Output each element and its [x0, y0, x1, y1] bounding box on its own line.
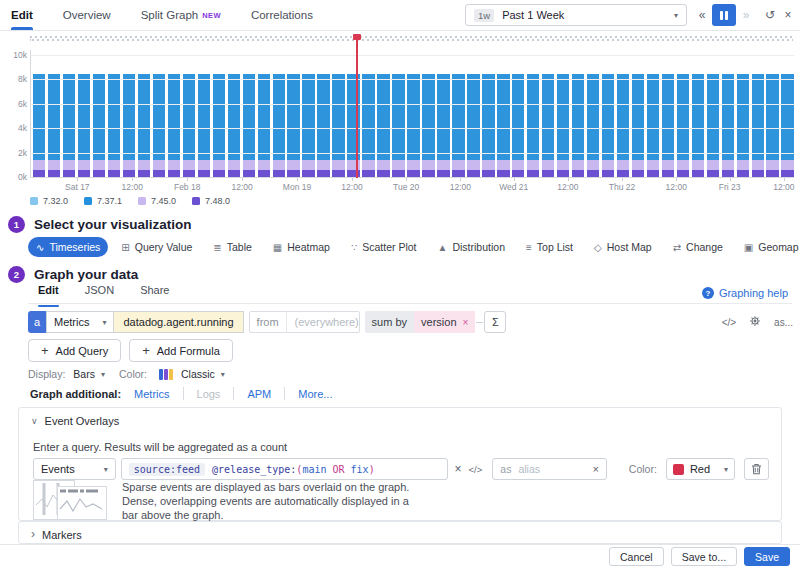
- y-axis-label: 2k: [1, 148, 27, 158]
- event-overlays-header[interactable]: ∨ Event Overlays: [19, 408, 781, 433]
- event-source-select[interactable]: Events ▾: [33, 458, 116, 480]
- event-marker[interactable]: [356, 34, 358, 178]
- legend-item[interactable]: 7.48.0: [192, 196, 230, 206]
- viz-option-label: Table: [227, 241, 252, 253]
- palette-color-bar: [169, 369, 173, 380]
- display-type-select[interactable]: Bars▾: [73, 368, 105, 380]
- timeseries-icon: ∿: [36, 242, 44, 253]
- viz-option-query-value[interactable]: ⊞Query Value: [113, 237, 200, 257]
- tab-editor-share[interactable]: Share: [140, 284, 169, 303]
- topbar-right: 1w Past 1 Week ▾ «»↺×: [465, 4, 796, 26]
- viz-option-geomap[interactable]: ▣Geomap: [736, 237, 800, 257]
- x-axis-label: Tue 20: [393, 182, 419, 192]
- graphing-help-link[interactable]: ? Graphing help: [702, 287, 788, 299]
- bar-segment-7.45.0: [482, 160, 494, 170]
- color-label: Color:: [119, 368, 147, 380]
- y-axis-label: 10k: [1, 50, 27, 60]
- clear-query-icon[interactable]: ×: [455, 462, 462, 476]
- bar-segment-7.45.0: [123, 160, 135, 170]
- bar: [183, 74, 195, 177]
- add-formula-button[interactable]: +Add Formula: [129, 339, 233, 362]
- bar: [273, 74, 285, 177]
- close-icon[interactable]: ×: [780, 4, 796, 26]
- alias-input[interactable]: alias: [518, 463, 585, 475]
- metric-input[interactable]: datadog.agent.running: [114, 311, 243, 333]
- chart-plot-area[interactable]: 0k2k4k6k8k10k: [30, 50, 794, 178]
- tab-edit-label: Edit: [11, 9, 33, 21]
- sigma-button[interactable]: Σ: [484, 311, 506, 333]
- code-icon[interactable]: </>: [469, 464, 483, 475]
- query-row-actions: </> as...: [722, 315, 793, 329]
- bar: [228, 74, 240, 177]
- viz-option-top-list[interactable]: ≡Top List: [518, 237, 581, 257]
- tab-edit[interactable]: Edit: [11, 0, 33, 30]
- save-to-button[interactable]: Save to...: [671, 547, 737, 566]
- viz-option-table[interactable]: ≣Table: [205, 237, 260, 257]
- event-color-select[interactable]: Red ▾: [666, 458, 735, 480]
- group-by-tag[interactable]: version ×: [414, 311, 475, 333]
- scatter-plot-icon: ∵: [351, 242, 357, 253]
- graph-additional-apm[interactable]: APM: [247, 388, 271, 400]
- bar-segment-7.48.0: [587, 170, 599, 177]
- bar-segment-7.37.1: [108, 74, 120, 160]
- bar-segment-7.37.1: [317, 74, 329, 160]
- jump-back-icon[interactable]: «: [694, 4, 710, 26]
- viz-option-change[interactable]: ⇄Change: [665, 237, 731, 257]
- clear-alias-icon[interactable]: ×: [592, 463, 598, 475]
- query-expression: @release_type:(main OR fix): [212, 464, 375, 475]
- question-circle-icon: ?: [702, 287, 714, 299]
- refresh-icon[interactable]: ↺: [762, 4, 778, 26]
- event-marker-handle[interactable]: [353, 34, 361, 40]
- tab-overview[interactable]: Overview: [63, 0, 111, 30]
- tab-editor-edit[interactable]: Edit: [38, 284, 59, 303]
- palette-select[interactable]: Classic▾: [181, 368, 225, 380]
- bar-segment-7.37.1: [48, 74, 60, 160]
- viz-option-scatter-plot[interactable]: ∵Scatter Plot: [343, 237, 425, 257]
- remove-tag-icon[interactable]: ×: [463, 317, 469, 328]
- bar: [557, 74, 569, 177]
- y-axis-label: 0k: [1, 172, 27, 182]
- query-token-source[interactable]: source:feed: [129, 463, 205, 476]
- as-button[interactable]: as...: [774, 317, 793, 328]
- query-letter-badge[interactable]: a: [28, 311, 46, 333]
- cancel-button[interactable]: Cancel: [609, 547, 664, 566]
- viz-option-heatmap[interactable]: ▦Heatmap: [265, 237, 338, 257]
- bar-segment-7.37.1: [752, 74, 764, 160]
- tabs-divider: [28, 303, 792, 304]
- delete-overlay-button[interactable]: [744, 458, 769, 480]
- tab-correlations[interactable]: Correlations: [251, 0, 313, 30]
- pause-button[interactable]: [712, 4, 736, 26]
- save-button[interactable]: Save: [744, 547, 790, 566]
- code-icon[interactable]: </>: [722, 317, 736, 328]
- x-axis-tick: [568, 178, 569, 181]
- chart-legend: 7.32.07.37.17.45.07.48.0: [30, 196, 230, 206]
- description-line: bar above the graph.: [122, 508, 409, 522]
- graph-additional-more[interactable]: More...: [298, 388, 332, 400]
- tab-editor-json[interactable]: JSON: [85, 284, 114, 303]
- bar-segment-7.48.0: [766, 170, 778, 177]
- legend-item[interactable]: 7.32.0: [30, 196, 68, 206]
- event-query-input[interactable]: source:feed @release_type:(main OR fix): [121, 458, 448, 480]
- bar-segment-7.48.0: [198, 170, 210, 177]
- scope-input[interactable]: (everywhere): [287, 316, 359, 328]
- tab-split-graph[interactable]: Split GraphNEW: [141, 0, 221, 30]
- add-query-button[interactable]: +Add Query: [28, 339, 121, 362]
- bar: [302, 74, 314, 177]
- timerange-picker[interactable]: 1w Past 1 Week ▾: [465, 4, 687, 26]
- viz-option-timeseries[interactable]: ∿Timeseries: [28, 237, 108, 257]
- plus-icon: +: [142, 343, 150, 358]
- bar-segment-7.48.0: [213, 170, 225, 177]
- alias-input-group[interactable]: as alias ×: [492, 458, 607, 480]
- viz-option-distribution[interactable]: ▲Distribution: [430, 237, 513, 257]
- gear-icon[interactable]: [749, 315, 761, 329]
- bar-segment-7.37.1: [781, 74, 793, 160]
- query-expression-part: main: [302, 464, 326, 475]
- datasource-select[interactable]: Metrics ▾: [46, 311, 114, 333]
- graph-additional-metrics[interactable]: Metrics: [134, 388, 169, 400]
- viz-option-host-map[interactable]: ◇Host Map: [586, 237, 660, 257]
- x-axis-tick: [784, 178, 785, 181]
- bar-segment-7.37.1: [572, 74, 584, 160]
- bar: [93, 74, 105, 177]
- legend-item[interactable]: 7.45.0: [138, 196, 176, 206]
- legend-item[interactable]: 7.37.1: [84, 196, 122, 206]
